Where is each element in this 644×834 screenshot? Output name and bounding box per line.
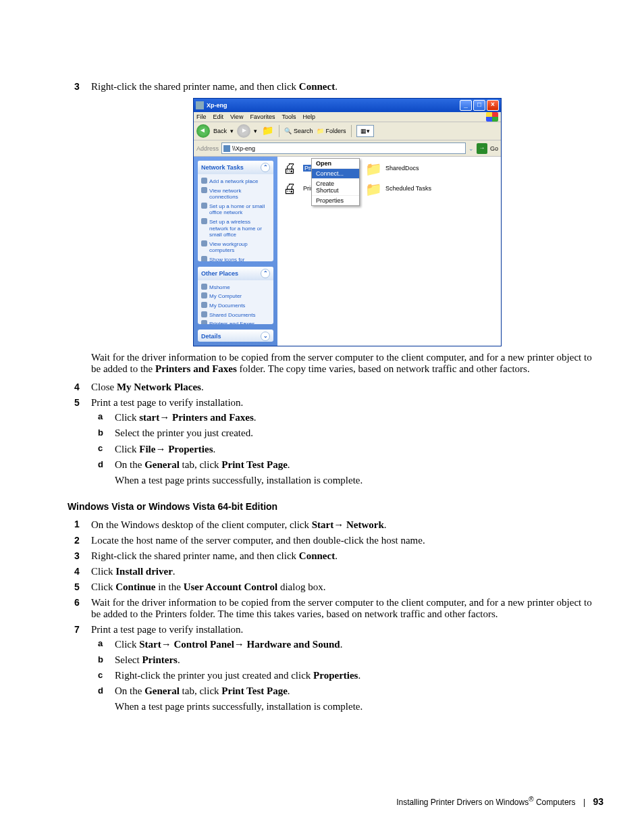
forward-button[interactable] [237, 124, 250, 138]
vsubstep-d: d On the General tab, click Print Test P… [91, 685, 603, 712]
windows-flag-icon [486, 112, 498, 122]
page-number: 93 [593, 796, 603, 807]
after-image-text: Wait for the driver information to be co… [91, 352, 603, 375]
steps-list-xp: 3 Right-click the shared printer name, a… [68, 81, 603, 486]
page-footer: Installing Printer Drivers on Windows® C… [396, 796, 603, 807]
window-controls: _ □ × [460, 100, 499, 111]
menu-tools[interactable]: Tools [281, 113, 296, 120]
folder-icon [365, 161, 381, 176]
place-my-computer[interactable]: My Computer [201, 292, 270, 301]
place-shared-documents[interactable]: Shared Documents [201, 311, 270, 320]
close-button[interactable]: × [487, 100, 499, 111]
up-button[interactable] [261, 124, 274, 138]
menu-view[interactable]: View [230, 113, 243, 120]
vstep-7: 7 Print a test page to verify installati… [68, 624, 603, 712]
address-dropdown[interactable]: ⌄ [468, 145, 474, 152]
collapse-icon[interactable]: ⌃ [261, 269, 270, 278]
footer-text: Installing Printer Drivers on Windows [396, 798, 529, 807]
vstep-6: 6 Wait for the driver information to be … [68, 597, 603, 620]
panel-body: Add a network place View network connect… [198, 174, 273, 261]
maximize-button[interactable]: □ [473, 100, 485, 111]
step-text-after: . [335, 81, 338, 92]
tasks-sidepane: Network Tasks ⌃ Add a network place View… [194, 157, 277, 346]
place-mshome[interactable]: Mshome [201, 283, 270, 292]
toolbar-separator [351, 125, 352, 137]
window-title: Xp-eng [207, 102, 460, 109]
folders-button[interactable]: Folders [317, 128, 346, 134]
steps-list-vista: 1 On the Windows desktop of the client c… [68, 519, 603, 712]
footer-separator: | [583, 798, 585, 807]
ctx-create-shortcut[interactable]: Create Shortcut [312, 179, 359, 196]
vsubsteps: a Click Start→ Control Panel→ Hardware a… [91, 638, 603, 712]
substep-a: a Click start→ Printers and Faxes. [91, 411, 603, 423]
task-add-network-place[interactable]: Add a network place [201, 177, 270, 186]
panel-header[interactable]: Other Places ⌃ [198, 267, 273, 280]
scheduled-tasks-item[interactable]: Scheduled Tasks [365, 181, 431, 196]
place-my-documents[interactable]: My Documents [201, 301, 270, 311]
fwd-dropdown[interactable]: ▾ [254, 128, 257, 134]
reg-mark: ® [529, 796, 533, 803]
task-setup-home[interactable]: Set up a home or small office network [201, 202, 270, 217]
vsubstep-final: When a test page prints successfully, in… [115, 701, 603, 712]
go-label: Go [490, 145, 498, 152]
address-input[interactable]: \\Xp-eng [221, 142, 466, 154]
ctx-open[interactable]: Open [312, 159, 359, 169]
step-marker: 5 [74, 397, 80, 408]
panel-header[interactable]: Network Tasks ⌃ [198, 161, 273, 174]
substep-b: b Select the printer you just created. [91, 427, 603, 439]
vstep-1: 1 On the Windows desktop of the client c… [68, 519, 603, 531]
substeps: a Click start→ Printers and Faxes. b Sel… [91, 411, 603, 486]
shareddocs-label: SharedDocs [385, 165, 419, 172]
substep-d: d On the General tab, click Print Test P… [91, 459, 603, 486]
panel-header[interactable]: Details ⌄ [198, 330, 273, 342]
vstep-2: 2 Locate the host name of the server com… [68, 535, 603, 546]
task-setup-wireless[interactable]: Set up a wireless network for a home or … [201, 217, 270, 240]
printer-icon [283, 161, 299, 176]
task-show-upnp[interactable]: Show icons for networked UPnP devices [201, 255, 270, 261]
collapse-icon[interactable]: ⌃ [261, 163, 270, 172]
views-button[interactable]: ▦▾ [356, 125, 374, 137]
step-text: Print a test page to verify installation… [91, 397, 243, 408]
step-marker: 3 [74, 81, 80, 92]
step-marker: 4 [74, 382, 80, 392]
ctx-properties[interactable]: Properties [312, 196, 359, 205]
scheduled-label: Scheduled Tasks [385, 185, 431, 192]
toolbar: Back ▾ ▾ Search Folders ▦▾ [194, 122, 501, 140]
menu-edit[interactable]: Edit [213, 113, 224, 120]
vstep-3: 3 Right-click the shared printer name, a… [68, 550, 603, 562]
panel-title: Details [201, 333, 221, 340]
ctx-connect[interactable]: Connect... [312, 169, 359, 179]
go-button[interactable]: → [477, 143, 487, 154]
xp-explorer-screenshot: Xp-eng _ □ × File Edit View Favorites To… [193, 98, 502, 346]
step-3: 3 Right-click the shared printer name, a… [68, 81, 603, 375]
window-icon [196, 101, 204, 109]
addressbar: Address \\Xp-eng ⌄ → Go [194, 140, 501, 157]
step-text: Right-click the shared printer name, and… [91, 81, 299, 92]
back-dropdown[interactable]: ▾ [230, 128, 234, 134]
back-button[interactable] [196, 124, 210, 138]
folder-icon [365, 181, 381, 196]
content-area: Network Tasks ⌃ Add a network place View… [194, 157, 501, 346]
vstep-4: 4 Click Install driver. [68, 566, 603, 577]
menu-file[interactable]: File [196, 113, 207, 120]
task-view-workgroup[interactable]: View workgroup computers [201, 240, 270, 255]
vsubstep-a: a Click Start→ Control Panel→ Hardware a… [91, 638, 603, 650]
expand-icon[interactable]: ⌄ [261, 332, 270, 341]
other-places-panel: Other Places ⌃ Mshome My Computer My Doc… [198, 267, 273, 324]
vsubstep-c: c Right-click the printer you just creat… [91, 670, 603, 681]
details-panel: Details ⌄ [198, 330, 273, 342]
address-value: \\Xp-eng [232, 145, 255, 152]
menu-help[interactable]: Help [302, 113, 315, 120]
menu-favorites[interactable]: Favorites [250, 113, 275, 120]
minimize-button[interactable]: _ [460, 100, 472, 111]
search-button[interactable]: Search [284, 128, 313, 134]
step-5: 5 Print a test page to verify installati… [68, 397, 603, 486]
address-label: Address [196, 145, 219, 152]
panel-title: Other Places [201, 270, 238, 277]
task-view-connections[interactable]: View network connections [201, 186, 270, 202]
substep-c: c Click File→ Properties. [91, 443, 603, 455]
shareddocs-item[interactable]: SharedDocs [365, 161, 419, 176]
step-4: 4 Close My Network Places. [68, 382, 603, 393]
place-printers-faxes[interactable]: Printers and Faxes [201, 319, 270, 324]
address-icon [223, 145, 230, 152]
